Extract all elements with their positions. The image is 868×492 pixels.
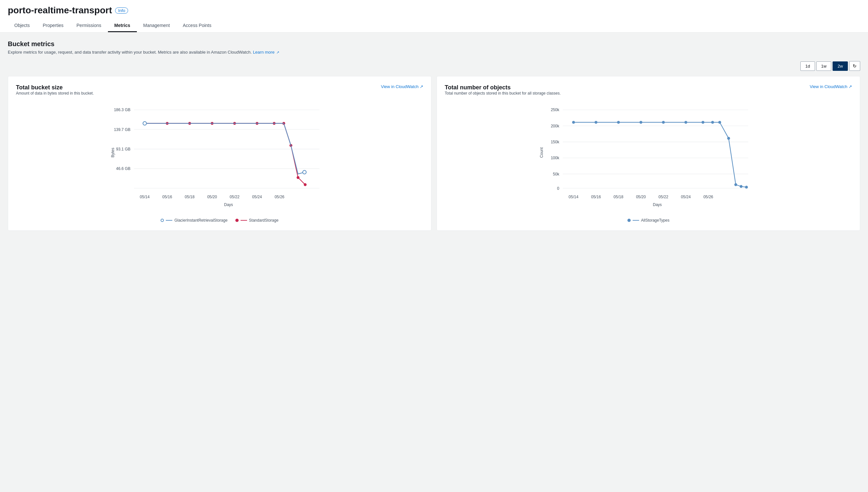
- time-controls: 1d 1w 2w ↻: [8, 61, 860, 71]
- chart-header-objects: Total number of objects Total number of …: [445, 84, 852, 101]
- time-btn-2w[interactable]: 2w: [833, 62, 848, 71]
- legend-all-storage: AllStorageTypes: [627, 218, 669, 223]
- svg-point-27: [296, 176, 299, 179]
- legend-size: GlacierInstantRetrievalStorage StandardS…: [16, 218, 423, 223]
- external-link-icon: ↗: [276, 50, 279, 54]
- svg-text:05/16: 05/16: [591, 195, 601, 199]
- refresh-button[interactable]: ↻: [849, 61, 860, 71]
- svg-point-28: [304, 183, 307, 186]
- svg-text:05/24: 05/24: [681, 195, 691, 199]
- svg-point-55: [640, 121, 643, 124]
- svg-text:05/26: 05/26: [275, 195, 285, 199]
- info-badge[interactable]: Info: [115, 7, 128, 14]
- bucket-title-row: porto-realtime-transport Info: [8, 5, 860, 20]
- svg-text:Count: Count: [539, 147, 544, 158]
- svg-text:Days: Days: [653, 202, 661, 207]
- svg-point-63: [740, 185, 743, 188]
- chart-svg-size: 186.3 GB 139.7 GB 93.1 GB 46.6 GB Bytes …: [16, 103, 423, 213]
- main-content: Bucket metrics Explore metrics for usage…: [0, 32, 868, 239]
- svg-text:200k: 200k: [551, 124, 559, 128]
- svg-text:05/22: 05/22: [230, 195, 239, 199]
- svg-point-29: [303, 170, 306, 174]
- page-header: porto-realtime-transport Info Objects Pr…: [0, 0, 868, 32]
- svg-text:05/14: 05/14: [569, 195, 578, 199]
- svg-text:05/26: 05/26: [703, 195, 713, 199]
- legend-dot-all-storage: [627, 219, 631, 222]
- svg-point-64: [745, 186, 748, 189]
- tab-nav: Objects Properties Permissions Metrics M…: [8, 20, 860, 32]
- legend-objects: AllStorageTypes: [445, 218, 852, 223]
- charts-row: Total bucket size Amount of data in byte…: [8, 76, 860, 231]
- svg-point-59: [711, 121, 714, 124]
- tab-permissions[interactable]: Permissions: [70, 20, 107, 32]
- svg-point-62: [734, 183, 737, 186]
- chart-objects: Total number of objects Total number of …: [437, 76, 860, 231]
- svg-text:05/20: 05/20: [207, 195, 217, 199]
- svg-text:05/22: 05/22: [658, 195, 668, 199]
- chart-container-objects: 250k 200k 150k 100k 50k 0 Count 05/14 05…: [445, 103, 852, 214]
- legend-standard: StandardStorage: [235, 218, 279, 223]
- svg-point-60: [718, 121, 721, 124]
- svg-point-61: [727, 137, 730, 140]
- cloudwatch-link-objects[interactable]: View in CloudWatch ↗: [810, 84, 852, 89]
- svg-point-54: [617, 121, 620, 124]
- svg-text:93.1 GB: 93.1 GB: [116, 147, 130, 151]
- svg-text:46.6 GB: 46.6 GB: [116, 166, 130, 171]
- svg-text:05/20: 05/20: [636, 195, 646, 199]
- bucket-metrics-section: Bucket metrics Explore metrics for usage…: [8, 40, 860, 231]
- svg-point-57: [684, 121, 687, 124]
- tab-metrics[interactable]: Metrics: [108, 20, 137, 32]
- svg-text:Bytes: Bytes: [111, 148, 115, 157]
- chart-container-size: 186.3 GB 139.7 GB 93.1 GB 46.6 GB Bytes …: [16, 103, 423, 214]
- tab-properties[interactable]: Properties: [36, 20, 70, 32]
- svg-point-58: [702, 121, 704, 124]
- svg-point-52: [572, 121, 575, 124]
- learn-more-link[interactable]: Learn more ↗: [253, 50, 279, 55]
- cloudwatch-link-size[interactable]: View in CloudWatch ↗: [381, 84, 423, 89]
- tab-access-points[interactable]: Access Points: [176, 20, 218, 32]
- chart-title-objects: Total number of objects Total number of …: [445, 84, 561, 101]
- svg-text:100k: 100k: [551, 156, 559, 160]
- chart-title-size: Total bucket size Amount of data in byte…: [16, 84, 94, 101]
- svg-point-30: [143, 122, 147, 125]
- svg-text:150k: 150k: [551, 140, 559, 144]
- svg-text:05/16: 05/16: [162, 195, 172, 199]
- bucket-name: porto-realtime-transport: [8, 5, 112, 16]
- svg-point-53: [595, 121, 598, 124]
- time-btn-1w[interactable]: 1w: [816, 62, 831, 71]
- svg-text:250k: 250k: [551, 107, 559, 112]
- legend-glacier: GlacierInstantRetrievalStorage: [161, 218, 227, 223]
- chart-header-size: Total bucket size Amount of data in byte…: [16, 84, 423, 101]
- section-description: Explore metrics for usage, request, and …: [8, 50, 860, 55]
- chart-bucket-size: Total bucket size Amount of data in byte…: [8, 76, 431, 231]
- svg-text:05/18: 05/18: [613, 195, 623, 199]
- legend-dot-standard: [235, 219, 239, 222]
- svg-text:0: 0: [557, 186, 559, 191]
- tab-management[interactable]: Management: [137, 20, 176, 32]
- svg-text:Days: Days: [224, 202, 233, 207]
- svg-text:05/18: 05/18: [185, 195, 194, 199]
- svg-text:05/14: 05/14: [140, 195, 149, 199]
- svg-text:05/24: 05/24: [252, 195, 262, 199]
- svg-point-56: [662, 121, 665, 124]
- svg-text:139.7 GB: 139.7 GB: [114, 127, 130, 132]
- legend-dot-glacier: [161, 219, 164, 222]
- external-icon-objects: ↗: [848, 84, 852, 89]
- svg-text:186.3 GB: 186.3 GB: [114, 107, 130, 112]
- time-btn-1d[interactable]: 1d: [800, 62, 815, 71]
- section-title: Bucket metrics: [8, 40, 860, 48]
- external-icon-size: ↗: [420, 84, 423, 89]
- chart-svg-objects: 250k 200k 150k 100k 50k 0 Count 05/14 05…: [445, 103, 852, 213]
- tab-objects[interactable]: Objects: [8, 20, 36, 32]
- svg-text:50k: 50k: [553, 172, 559, 176]
